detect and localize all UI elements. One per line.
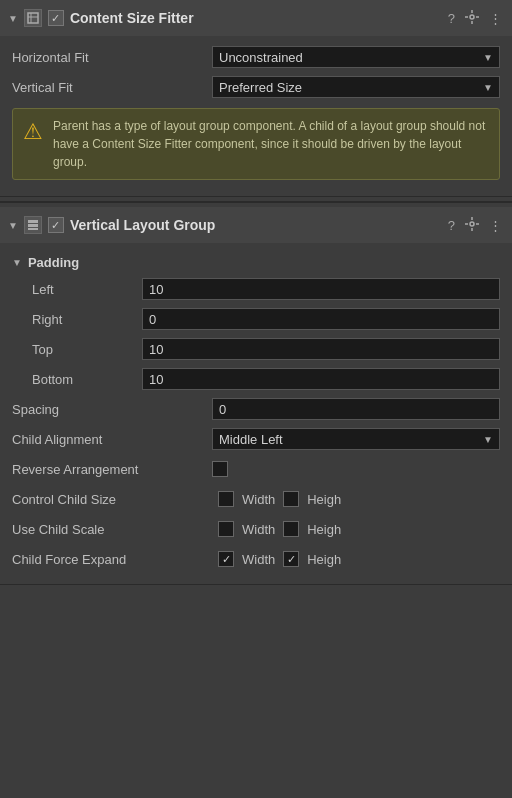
horizontal-fit-value: Unconstrained — [219, 50, 303, 65]
vertical-fit-arrow: ▼ — [483, 82, 493, 93]
bottom-input[interactable] — [142, 368, 500, 390]
child-alignment-dropdown[interactable]: Middle Left ▼ — [212, 428, 500, 450]
vertical-fit-label: Vertical Fit — [12, 80, 212, 95]
horizontal-fit-dropdown[interactable]: Unconstrained ▼ — [212, 46, 500, 68]
child-alignment-arrow: ▼ — [483, 434, 493, 445]
control-child-size-label: Control Child Size — [12, 492, 212, 507]
control-child-size-height-checkbox[interactable] — [283, 491, 299, 507]
padding-chevron[interactable]: ▼ — [12, 257, 22, 268]
child-force-expand-width-label: Width — [242, 552, 275, 567]
child-force-expand-row: Child Force Expand ✓ Width ✓ Heigh — [12, 546, 500, 572]
spacing-label: Spacing — [12, 402, 212, 417]
top-row: Top — [12, 336, 500, 362]
vertical-fit-value: Preferred Size — [219, 80, 302, 95]
top-input[interactable] — [142, 338, 500, 360]
vertical-layout-group-title: Vertical Layout Group — [70, 217, 440, 233]
use-child-scale-width-checkbox[interactable] — [218, 521, 234, 537]
reverse-arrangement-label: Reverse Arrangement — [12, 462, 212, 477]
child-force-expand-height-checkbox[interactable]: ✓ — [283, 551, 299, 567]
warning-icon: ⚠ — [23, 119, 43, 145]
padding-section-header: ▼ Padding — [12, 255, 500, 270]
horizontal-fit-label: Horizontal Fit — [12, 50, 212, 65]
panel-divider — [0, 201, 512, 203]
bottom-label: Bottom — [12, 372, 142, 387]
vertical-layout-group-body: ▼ Padding Left Right Top Bottom Spacing … — [0, 243, 512, 584]
control-child-size-group: Width Heigh — [218, 491, 500, 507]
content-size-fitter-icon — [24, 9, 42, 27]
control-child-size-row: Control Child Size Width Heigh — [12, 486, 500, 512]
child-alignment-value: Middle Left — [219, 432, 283, 447]
use-child-scale-height-label: Heigh — [307, 522, 341, 537]
left-label: Left — [12, 282, 142, 297]
vertical-fit-row: Vertical Fit Preferred Size ▼ — [12, 74, 500, 100]
use-child-scale-label: Use Child Scale — [12, 522, 212, 537]
content-size-fitter-enabled[interactable]: ✓ — [48, 10, 64, 26]
content-size-fitter-body: Horizontal Fit Unconstrained ▼ Vertical … — [0, 36, 512, 196]
vertical-layout-group-enabled[interactable]: ✓ — [48, 217, 64, 233]
content-size-fitter-settings[interactable] — [463, 10, 481, 27]
left-input[interactable] — [142, 278, 500, 300]
padding-title: Padding — [28, 255, 79, 270]
spacing-input[interactable] — [212, 398, 500, 420]
right-row: Right — [12, 306, 500, 332]
vertical-layout-group-icon — [24, 216, 42, 234]
bottom-row: Bottom — [12, 366, 500, 392]
content-size-fitter-chevron[interactable]: ▼ — [8, 13, 18, 24]
svg-rect-10 — [28, 228, 38, 230]
svg-point-3 — [470, 15, 474, 19]
top-label: Top — [12, 342, 142, 357]
use-child-scale-group: Width Heigh — [218, 521, 500, 537]
child-alignment-label: Child Alignment — [12, 432, 212, 447]
right-label: Right — [12, 312, 142, 327]
reverse-arrangement-checkbox[interactable] — [212, 461, 228, 477]
spacing-row: Spacing — [12, 396, 500, 422]
horizontal-fit-row: Horizontal Fit Unconstrained ▼ — [12, 44, 500, 70]
vertical-layout-group-settings[interactable] — [463, 217, 481, 234]
control-child-size-height-label: Heigh — [307, 492, 341, 507]
vertical-fit-dropdown[interactable]: Preferred Size ▼ — [212, 76, 500, 98]
content-size-fitter-panel: ▼ ✓ Content Size Fitter ? ⋮ Horizontal F… — [0, 0, 512, 197]
warning-text: Parent has a type of layout group compon… — [53, 117, 489, 171]
content-size-fitter-help[interactable]: ? — [446, 11, 457, 26]
horizontal-fit-arrow: ▼ — [483, 52, 493, 63]
reverse-arrangement-row: Reverse Arrangement — [12, 456, 500, 482]
vertical-layout-group-help[interactable]: ? — [446, 218, 457, 233]
child-force-expand-group: ✓ Width ✓ Heigh — [218, 551, 500, 567]
vertical-layout-group-menu[interactable]: ⋮ — [487, 218, 504, 233]
use-child-scale-width-label: Width — [242, 522, 275, 537]
vertical-layout-group-chevron[interactable]: ▼ — [8, 220, 18, 231]
child-force-expand-label: Child Force Expand — [12, 552, 212, 567]
svg-rect-0 — [28, 13, 38, 23]
left-row: Left — [12, 276, 500, 302]
use-child-scale-row: Use Child Scale Width Heigh — [12, 516, 500, 542]
vertical-layout-group-header: ▼ ✓ Vertical Layout Group ? ⋮ — [0, 207, 512, 243]
svg-point-11 — [470, 222, 474, 226]
svg-rect-9 — [28, 224, 38, 227]
control-child-size-width-label: Width — [242, 492, 275, 507]
child-alignment-row: Child Alignment Middle Left ▼ — [12, 426, 500, 452]
warning-box: ⚠ Parent has a type of layout group comp… — [12, 108, 500, 180]
right-input[interactable] — [142, 308, 500, 330]
content-size-fitter-title: Content Size Fitter — [70, 10, 440, 26]
content-size-fitter-header: ▼ ✓ Content Size Fitter ? ⋮ — [0, 0, 512, 36]
content-size-fitter-menu[interactable]: ⋮ — [487, 11, 504, 26]
child-force-expand-height-label: Heigh — [307, 552, 341, 567]
vertical-layout-group-panel: ▼ ✓ Vertical Layout Group ? ⋮ ▼ Padding … — [0, 207, 512, 585]
control-child-size-width-checkbox[interactable] — [218, 491, 234, 507]
child-force-expand-width-checkbox[interactable]: ✓ — [218, 551, 234, 567]
svg-rect-8 — [28, 220, 38, 223]
use-child-scale-height-checkbox[interactable] — [283, 521, 299, 537]
